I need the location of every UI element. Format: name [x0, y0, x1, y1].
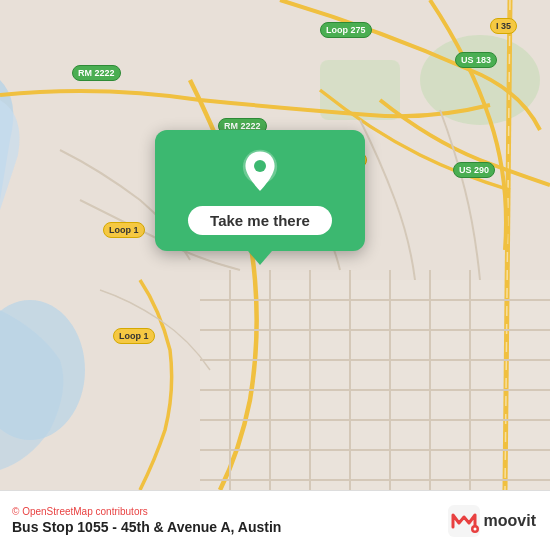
- moovit-logo[interactable]: moovit: [448, 505, 536, 537]
- svg-point-7: [254, 160, 266, 172]
- bottom-left: © OpenStreetMap contributors Bus Stop 10…: [12, 506, 281, 535]
- bottom-bar: © OpenStreetMap contributors Bus Stop 10…: [0, 490, 550, 550]
- popup-card: Take me there: [155, 130, 365, 251]
- take-me-there-button[interactable]: Take me there: [188, 206, 332, 235]
- map-container: I 35 Loop 275 US 183 RM 2222 RM 2222 US …: [0, 0, 550, 490]
- moovit-icon: [448, 505, 480, 537]
- osm-credit: © OpenStreetMap contributors: [12, 506, 281, 517]
- svg-point-2: [420, 35, 540, 125]
- osm-credit-text: © OpenStreetMap contributors: [12, 506, 148, 517]
- moovit-text: moovit: [484, 512, 536, 530]
- svg-point-10: [473, 527, 476, 530]
- stop-name: Bus Stop 1055 - 45th & Avenue A, Austin: [12, 519, 281, 535]
- road-label-loop1a: Loop 1: [103, 222, 145, 238]
- road-label-i35: I 35: [490, 18, 517, 34]
- location-pin-icon: [236, 148, 284, 196]
- road-label-loop275: Loop 275: [320, 22, 372, 38]
- road-label-us183: US 183: [455, 52, 497, 68]
- road-label-loop1b: Loop 1: [113, 328, 155, 344]
- road-label-us290: US 290: [453, 162, 495, 178]
- road-label-rm2222a: RM 2222: [72, 65, 121, 81]
